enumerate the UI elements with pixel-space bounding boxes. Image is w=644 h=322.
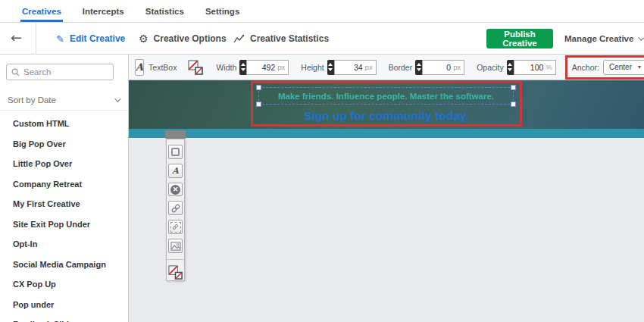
divider: [36, 23, 36, 55]
height-input[interactable]: 34 px: [334, 60, 377, 75]
height-label: Height: [301, 63, 324, 72]
action-bar: ← ✎ Edit Creative ⚙ Creative Options Cre…: [0, 23, 644, 55]
publish-creative-button[interactable]: Publish Creative: [486, 29, 553, 48]
width-value: 492: [262, 63, 276, 72]
resize-handle[interactable]: [256, 85, 261, 90]
border-label: Border: [389, 63, 413, 72]
banner-text-line1: Make friends. Influence people. Master t…: [278, 92, 494, 101]
linked-region-tool-icon[interactable]: [168, 220, 183, 234]
resize-handle[interactable]: [511, 102, 516, 107]
width-stepper[interactable]: [239, 60, 246, 75]
caret-down-icon: ▾: [638, 64, 641, 70]
height-value: 34: [354, 63, 363, 72]
chevron-down-icon: [114, 95, 120, 102]
anchor-annotation-highlight: Anchor: Center ▾: [565, 55, 644, 80]
height-field: Height 34 px: [301, 60, 376, 75]
list-item[interactable]: Custom HTML: [0, 114, 128, 134]
list-item[interactable]: Big Pop Over: [0, 134, 128, 155]
resize-handle[interactable]: [511, 85, 516, 90]
tab-settings[interactable]: Settings: [195, 0, 250, 22]
tab-intercepts[interactable]: Intercepts: [72, 0, 135, 22]
list-item[interactable]: My First Creative: [0, 194, 128, 214]
list-item[interactable]: Feedback Slider: [0, 314, 128, 322]
textbox-selection[interactable]: Make friends. Influence people. Master t…: [258, 87, 514, 105]
edit-creative-label: Edit Creative: [70, 33, 125, 44]
opacity-field: Opacity 100 %: [477, 60, 556, 75]
list-item[interactable]: CX Pop Up: [0, 274, 128, 295]
tab-creatives-label: Creatives: [22, 7, 61, 16]
tab-intercepts-label: Intercepts: [83, 7, 124, 16]
chevron-down-icon: [639, 34, 644, 40]
opacity-input[interactable]: 100 %: [514, 60, 556, 75]
banner-text-line2: Sign up for community today.: [251, 109, 522, 123]
creative-canvas[interactable]: Make friends. Influence people. Master t…: [129, 80, 644, 322]
border-value: 0: [446, 63, 451, 72]
banner-accent-strip: [129, 129, 644, 138]
manage-creative-label: Manage Creative: [564, 34, 633, 43]
tab-statistics[interactable]: Statistics: [135, 0, 195, 22]
pencil-icon: ✎: [56, 33, 64, 45]
creative-statistics-label: Creative Statistics: [250, 33, 329, 44]
divider: [166, 259, 185, 260]
search-icon: [11, 68, 20, 77]
height-unit: px: [365, 63, 373, 71]
opacity-value: 100: [530, 63, 544, 72]
creative-options-label: Creative Options: [154, 33, 227, 44]
anchor-value: Center: [609, 63, 632, 71]
tab-settings-label: Settings: [205, 7, 239, 16]
link-tool-icon[interactable]: [168, 201, 183, 215]
anchor-label: Anchor:: [572, 63, 599, 72]
edit-creative-button[interactable]: ✎ Edit Creative: [56, 23, 125, 55]
search-box[interactable]: [6, 64, 114, 80]
anchor-dropdown[interactable]: Center ▾: [603, 60, 644, 75]
textbox-type-icon[interactable]: A: [135, 59, 144, 76]
palette-drag-handle[interactable]: [165, 130, 186, 139]
search-input[interactable]: [23, 67, 108, 77]
color-swatch-icon[interactable]: [187, 59, 204, 76]
creative-statistics-button[interactable]: Creative Statistics: [233, 23, 329, 55]
list-item[interactable]: Pop under: [0, 295, 128, 315]
border-input[interactable]: 0 px: [422, 60, 464, 75]
creative-list-sidebar: Sort by Date Custom HTML Big Pop Over Li…: [0, 55, 129, 322]
border-field: Border 0 px: [389, 60, 465, 75]
creative-list: Custom HTML Big Pop Over Little Pop Over…: [0, 114, 128, 322]
opacity-label: Opacity: [477, 63, 504, 72]
rectangle-tool-icon[interactable]: [168, 145, 183, 159]
gear-icon: ⚙: [139, 33, 148, 45]
opacity-unit: %: [546, 63, 552, 71]
width-input[interactable]: 492 px: [246, 60, 289, 75]
back-arrow-icon[interactable]: ←: [11, 30, 22, 45]
tool-palette: A ✕: [166, 139, 185, 281]
list-item[interactable]: Little Pop Over: [0, 154, 128, 174]
height-stepper[interactable]: [327, 60, 334, 75]
width-field: Width 492 px: [216, 60, 289, 75]
color-swatch-icon[interactable]: [167, 264, 183, 280]
text-tool-icon[interactable]: A: [168, 164, 183, 178]
line-chart-icon: [233, 34, 245, 44]
textbox-label: TextBox: [148, 63, 177, 72]
border-unit: px: [453, 63, 461, 71]
image-tool-icon[interactable]: [168, 239, 183, 253]
manage-creative-dropdown[interactable]: Manage Creative: [564, 23, 642, 55]
tab-creatives[interactable]: Creatives: [11, 0, 72, 22]
top-nav: Creatives Intercepts Statistics Settings: [0, 0, 644, 23]
tab-statistics-label: Statistics: [145, 7, 184, 16]
width-unit: px: [277, 63, 285, 71]
creative-options-button[interactable]: ⚙ Creative Options: [139, 23, 227, 55]
list-item[interactable]: Social Media Campaign: [0, 255, 128, 275]
opacity-stepper[interactable]: [507, 60, 514, 75]
editor-toolbar: A TextBox Width 492 px Height 34 px Bord…: [129, 55, 644, 80]
close-button-tool-icon[interactable]: ✕: [168, 183, 183, 197]
sort-label: Sort by Date: [8, 95, 56, 105]
list-item[interactable]: Site Exit Pop Under: [0, 214, 128, 235]
list-item[interactable]: Company Retreat: [0, 174, 128, 195]
border-stepper[interactable]: [415, 60, 422, 75]
list-item[interactable]: Opt-In: [0, 234, 128, 255]
sort-by-date-dropdown[interactable]: Sort by Date: [0, 89, 128, 111]
width-label: Width: [216, 63, 236, 72]
resize-handle[interactable]: [256, 102, 261, 107]
